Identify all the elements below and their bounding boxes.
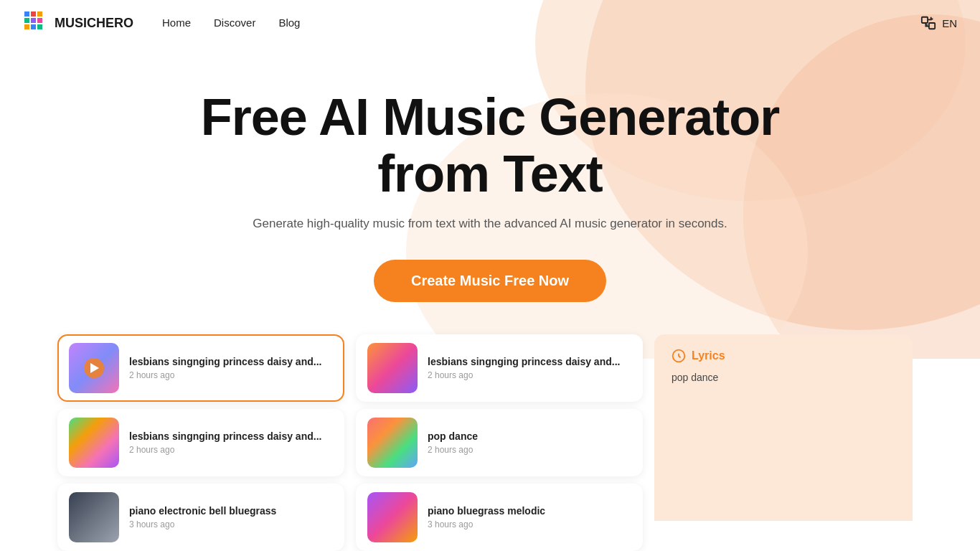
card-l3[interactable]: piano electronic bell bluegrass 3 hours … — [57, 484, 344, 551]
card-c2-info: pop dance 2 hours ago — [428, 430, 478, 455]
card-c3-time: 3 hours ago — [428, 519, 545, 529]
card-c2-time: 2 hours ago — [428, 445, 478, 455]
card-c1-info: lesbians singnging princess daisy and...… — [428, 356, 620, 380]
card-c1-time: 2 hours ago — [428, 370, 620, 380]
card-c3-thumb — [367, 492, 418, 542]
svg-rect-7 — [24, 18, 29, 23]
lyrics-icon — [672, 349, 686, 363]
card-c2-thumb — [367, 418, 418, 468]
card-l3-info: piano electronic bell bluegrass 3 hours … — [129, 505, 276, 529]
card-c3-info: piano bluegrass melodic 3 hours ago — [428, 505, 545, 529]
hero-section: Free AI Music Generator from Text Genera… — [0, 46, 980, 302]
card-l1[interactable]: lesbians singnging princess daisy and...… — [57, 334, 344, 402]
side-panel-content: pop dance — [672, 372, 895, 383]
svg-rect-8 — [31, 18, 36, 23]
headline-line2: from Text — [377, 145, 603, 202]
card-c1-title: lesbians singnging princess daisy and... — [428, 356, 620, 367]
svg-rect-9 — [37, 18, 42, 23]
svg-rect-12 — [37, 24, 42, 29]
card-l1-info: lesbians singnging princess daisy and...… — [129, 356, 321, 380]
nav-discover[interactable]: Discover — [214, 17, 255, 29]
card-c3-title: piano bluegrass melodic — [428, 505, 545, 517]
headline-line1: Free AI Music Generator — [201, 88, 780, 146]
svg-rect-10 — [24, 24, 29, 29]
cards-section: lesbians singnging princess daisy and...… — [0, 334, 980, 551]
card-l3-thumb — [69, 492, 119, 542]
card-l3-title: piano electronic bell bluegrass — [129, 505, 276, 517]
svg-rect-13 — [922, 17, 928, 23]
hero-subtext: Generate high-quality music from text wi… — [0, 217, 980, 231]
card-c2[interactable]: pop dance 2 hours ago — [356, 409, 643, 476]
card-l2[interactable]: lesbians singnging princess daisy and...… — [57, 409, 344, 476]
logo-icon — [23, 10, 49, 36]
card-c1[interactable]: lesbians singnging princess daisy and...… — [356, 334, 643, 402]
card-c3[interactable]: piano bluegrass melodic 3 hours ago — [356, 484, 643, 551]
nav-links: Home Discover Blog — [162, 17, 300, 29]
card-l3-time: 3 hours ago — [129, 519, 276, 529]
brand-name: MUSICHERO — [55, 16, 133, 31]
card-l2-thumb — [69, 418, 119, 468]
svg-rect-6 — [37, 11, 42, 17]
card-l1-time: 2 hours ago — [129, 370, 321, 380]
svg-rect-11 — [31, 24, 36, 29]
play-button-l1[interactable] — [84, 358, 104, 378]
card-c2-title: pop dance — [428, 430, 478, 442]
nav-lang[interactable]: EN — [920, 15, 957, 31]
create-music-button[interactable]: Create Music Free Now — [374, 260, 606, 302]
side-panel-header: Lyrics — [672, 349, 895, 363]
logo[interactable]: MUSICHERO — [23, 10, 133, 36]
lang-label: EN — [942, 17, 957, 29]
nav-home[interactable]: Home — [162, 17, 191, 29]
side-panel-label: Lyrics — [692, 349, 725, 362]
svg-rect-4 — [24, 11, 29, 17]
card-l2-time: 2 hours ago — [129, 445, 321, 455]
navbar: MUSICHERO Home Discover Blog EN — [0, 0, 980, 46]
card-l2-title: lesbians singnging princess daisy and... — [129, 430, 321, 442]
card-l1-thumb — [69, 343, 119, 393]
cards-left-column: lesbians singnging princess daisy and...… — [57, 334, 344, 551]
nav-blog[interactable]: Blog — [278, 17, 300, 29]
translate-icon — [920, 15, 936, 31]
side-panel: Lyrics pop dance — [654, 334, 913, 521]
svg-rect-14 — [929, 23, 935, 29]
hero-headline: Free AI Music Generator from Text — [0, 89, 980, 202]
card-l2-info: lesbians singnging princess daisy and...… — [129, 430, 321, 455]
cards-center-column: lesbians singnging princess daisy and...… — [356, 334, 643, 551]
card-c1-thumb — [367, 343, 418, 393]
side-panel-text: pop dance — [672, 372, 718, 383]
svg-rect-5 — [31, 11, 36, 17]
card-l1-title: lesbians singnging princess daisy and... — [129, 356, 321, 367]
